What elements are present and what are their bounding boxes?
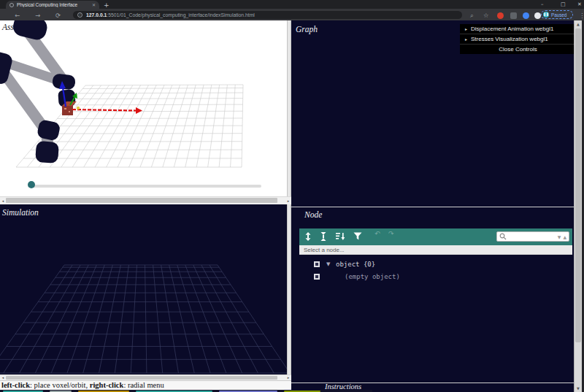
controls-menu-item[interactable]: ▸ Stresses Visualization webgl1 <box>460 34 576 45</box>
sort-icon[interactable] <box>336 232 345 241</box>
tab-title: Physical Computing Interface <box>17 2 89 7</box>
scroll-right-icon[interactable]: ▸ <box>285 375 291 380</box>
window-maximize-button[interactable]: □ <box>561 1 566 7</box>
timeline-slider-track[interactable] <box>31 185 261 188</box>
scroll-right-icon[interactable]: ▸ <box>285 197 291 204</box>
url-host: 127.0.0.1 <box>86 12 107 18</box>
folder-arrow-icon: ▸ <box>465 36 467 42</box>
address-bar[interactable]: i 127.0.0.1 :5501/01_Code/physical_compu… <box>73 11 462 20</box>
new-tab-button[interactable]: + <box>104 1 110 9</box>
node-menu-button[interactable] <box>314 274 320 280</box>
tab-favicon-icon <box>9 3 14 7</box>
simulation-hscroll-thumb[interactable] <box>6 376 277 380</box>
tree-node-label[interactable]: (empty object) <box>345 273 400 280</box>
node-navigation-bar[interactable]: Select a node... <box>299 245 572 255</box>
back-icon[interactable]: ← <box>15 12 20 19</box>
redo-icon[interactable]: ↷ <box>388 230 394 237</box>
search-icon <box>499 233 507 240</box>
json-node-editor: ↶ ↷ ▼ ▲ Select a node... <box>299 228 572 283</box>
scroll-up-icon[interactable]: ▲ <box>575 20 582 28</box>
assembly-scene <box>0 20 287 196</box>
browser-tab-bar: Physical Computing Interface ✕ + – □ ✕ <box>0 0 584 9</box>
sync-paused-label: Paused <box>551 12 566 18</box>
profile-chip[interactable]: ❚❚ Paused <box>541 10 573 19</box>
help-bold-right-click: right-click <box>90 381 124 389</box>
undo-icon[interactable]: ↶ <box>374 230 380 237</box>
extension-icon-red[interactable] <box>497 12 504 19</box>
tree-node-label[interactable]: object {0} <box>336 261 375 268</box>
url-path: :5501/01_Code/physical_computing_interfa… <box>107 12 255 18</box>
forward-icon[interactable]: → <box>35 12 40 19</box>
simulation-hscrollbar[interactable]: ◂ ▸ <box>0 374 291 380</box>
browser-toolbar: ← → ⟳ i 127.0.0.1 :5501/01_Code/physical… <box>0 9 584 20</box>
node-menu-button[interactable] <box>314 261 320 267</box>
scroll-left-icon[interactable]: ◂ <box>0 375 6 380</box>
simulation-grid <box>0 206 287 374</box>
tree-row-empty-object: (empty object) <box>299 271 572 283</box>
browser-tab[interactable]: Physical Computing Interface ✕ <box>6 1 99 9</box>
zoom-icon[interactable]: ⌕ <box>470 12 474 20</box>
extension-icon-light[interactable] <box>534 12 541 19</box>
controls-menu-item[interactable]: ▸ Displacement Animation webgl1 <box>460 24 576 34</box>
help-bold-left-click: left-click <box>1 381 30 389</box>
controls-menu-item-label: Displacement Animation webgl1 <box>471 26 553 32</box>
kebab-menu-icon[interactable]: ⋮ <box>579 12 584 19</box>
close-controls-button[interactable]: Close Controls <box>460 45 576 54</box>
help-text-1: : place voxel/orbit, <box>30 381 90 389</box>
site-info-icon[interactable]: i <box>77 12 82 18</box>
window-close-button[interactable]: ✕ <box>577 1 582 7</box>
page-viewport: Assembly <box>0 20 584 392</box>
node-panel: Node ↶ ↷ <box>291 207 574 383</box>
assembly-3d-view[interactable]: Assembly <box>0 20 287 196</box>
timeline-slider-thumb[interactable] <box>28 181 35 188</box>
controls-menu: ▸ Displacement Animation webgl1 ▸ Stress… <box>460 24 576 54</box>
expand-all-icon[interactable] <box>304 232 312 241</box>
editor-menu-bar: ↶ ↷ ▼ ▲ <box>299 228 572 245</box>
expand-toggle-icon[interactable]: ▼ <box>326 261 330 267</box>
search-next-icon[interactable]: ▼ <box>558 234 561 239</box>
simulation-3d-view[interactable]: Simulation <box>0 206 287 374</box>
assembly-hscroll-thumb[interactable] <box>6 198 277 203</box>
scroll-down-icon[interactable]: ▼ <box>575 385 582 392</box>
assembly-hscrollbar[interactable]: ◂ ▸ <box>0 196 291 204</box>
scroll-left-icon[interactable]: ◂ <box>0 197 6 204</box>
page-vscroll-thumb[interactable] <box>575 28 581 342</box>
folder-arrow-icon: ▸ <box>465 26 467 31</box>
node-panel-label: Node <box>304 210 322 219</box>
help-text: left-click: place voxel/orbit, right-cli… <box>0 380 291 390</box>
collapse-all-icon[interactable] <box>319 232 328 241</box>
transform-filter-icon[interactable] <box>353 232 362 241</box>
extension-icon-gray[interactable] <box>510 12 517 19</box>
controls-menu-item-label: Stresses Visualization webgl1 <box>471 36 548 42</box>
avatar: ❚❚ <box>543 12 549 18</box>
search-input[interactable] <box>507 234 556 239</box>
page-vscrollbar[interactable]: ▲ ▼ <box>574 20 582 392</box>
reload-icon[interactable]: ⟳ <box>55 12 61 19</box>
bookmark-star-icon[interactable]: ☆ <box>483 12 489 19</box>
tab-close-icon[interactable]: ✕ <box>92 2 96 7</box>
help-text-2: : radial menu <box>123 381 164 389</box>
window-minimize-button[interactable]: – <box>541 1 544 7</box>
editor-search-box[interactable]: ▼ ▲ <box>496 231 569 242</box>
simulation-panel-label: Simulation <box>2 208 39 217</box>
extension-icon-blue[interactable] <box>523 12 529 19</box>
tree-row-object: ▼ object {0} <box>299 258 572 271</box>
search-previous-icon[interactable]: ▲ <box>563 234 566 239</box>
graph-panel-label: Graph <box>296 25 318 34</box>
